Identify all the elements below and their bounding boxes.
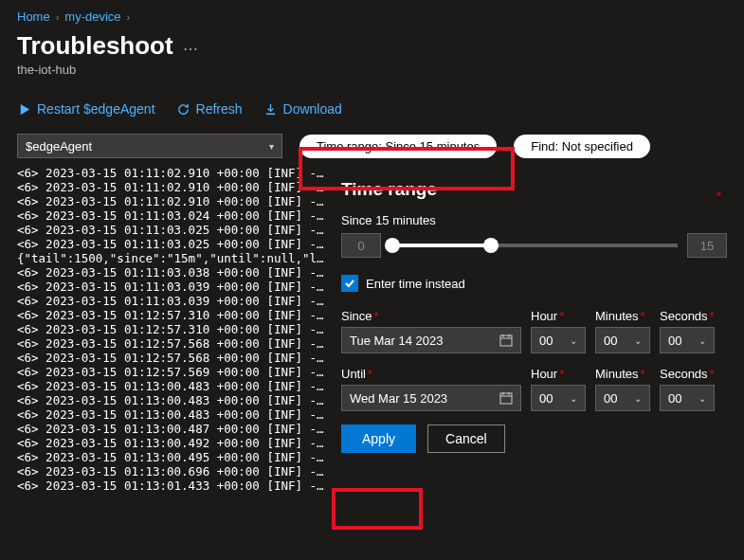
log-line: <6> 2023-03-15 01:11:02.910 +00:00 [INF]… bbox=[17, 166, 328, 180]
slider-max: 15 bbox=[687, 233, 727, 258]
chevron-down-icon: ⌄ bbox=[634, 335, 642, 346]
more-icon[interactable]: ⋯ bbox=[183, 40, 198, 58]
log-line: <6> 2023-03-15 01:12:57.568 +00:00 [INF]… bbox=[17, 351, 328, 365]
log-line: <6> 2023-03-15 01:13:00.483 +00:00 [INF]… bbox=[17, 407, 328, 422]
slider-min: 0 bbox=[341, 233, 381, 258]
until-minutes-select[interactable]: 00⌄ bbox=[595, 385, 650, 411]
refresh-icon bbox=[176, 102, 191, 117]
log-line: <6> 2023-03-15 01:12:57.310 +00:00 [INF]… bbox=[17, 308, 328, 322]
page-title: Troubleshoot bbox=[17, 31, 173, 61]
log-line: <6> 2023-03-15 01:13:00.487 +00:00 [INF]… bbox=[17, 422, 328, 436]
until-hour-select[interactable]: 00⌄ bbox=[531, 385, 586, 411]
slider-thumb-end[interactable] bbox=[483, 238, 499, 253]
required-indicator: * bbox=[717, 189, 721, 203]
chevron-down-icon: ⌄ bbox=[634, 393, 642, 404]
find-pill[interactable]: Find: Not specified bbox=[514, 135, 650, 158]
svg-rect-0 bbox=[500, 335, 512, 346]
log-line: <6> 2023-03-15 01:13:00.492 +00:00 [INF]… bbox=[17, 436, 328, 450]
time-range-pill[interactable]: Time range: Since 15 minutes bbox=[299, 135, 497, 158]
page-subtitle: the-iot-hub bbox=[0, 63, 744, 96]
refresh-button[interactable]: Refresh bbox=[176, 101, 243, 117]
log-output: <6> 2023-03-15 01:11:02.910 +00:00 [INF]… bbox=[17, 166, 328, 493]
log-line: <6> 2023-03-15 01:13:01.433 +00:00 [INF]… bbox=[17, 479, 328, 493]
panel-title: Time range bbox=[341, 179, 727, 200]
breadcrumb-home[interactable]: Home bbox=[17, 9, 50, 24]
log-line: <6> 2023-03-15 01:11:03.038 +00:00 [INF]… bbox=[17, 265, 328, 280]
log-line: <6> 2023-03-15 01:12:57.310 +00:00 [INF]… bbox=[17, 322, 328, 336]
cancel-button[interactable]: Cancel bbox=[427, 425, 505, 453]
log-line: <6> 2023-03-15 01:11:03.039 +00:00 [INF]… bbox=[17, 280, 328, 294]
log-line: <6> 2023-03-15 01:13:00.495 +00:00 [INF]… bbox=[17, 450, 328, 464]
breadcrumb-device[interactable]: my-device bbox=[64, 9, 120, 24]
module-select[interactable]: $edgeAgent ▾ bbox=[17, 134, 282, 158]
chevron-down-icon: ⌄ bbox=[699, 393, 706, 404]
chevron-down-icon: ⌄ bbox=[570, 335, 577, 346]
download-icon bbox=[263, 102, 278, 117]
breadcrumb: Home › my-device › bbox=[0, 0, 744, 27]
download-button[interactable]: Download bbox=[263, 101, 342, 117]
log-line: <6> 2023-03-15 01:13:00.696 +00:00 [INF]… bbox=[17, 464, 328, 479]
log-line: <6> 2023-03-15 01:11:02.910 +00:00 [INF]… bbox=[17, 180, 328, 194]
chevron-down-icon: ⌄ bbox=[699, 335, 706, 346]
log-line: <6> 2023-03-15 01:13:00.483 +00:00 [INF]… bbox=[17, 379, 328, 393]
enter-time-checkbox[interactable] bbox=[341, 275, 358, 292]
log-line: <6> 2023-03-15 01:12:57.569 +00:00 [INF]… bbox=[17, 365, 328, 379]
check-icon bbox=[344, 278, 355, 289]
log-line: <6> 2023-03-15 01:11:03.025 +00:00 [INF]… bbox=[17, 237, 328, 251]
since-minutes-label: Since 15 minutes bbox=[341, 213, 727, 227]
log-line: {"tail":1500,"since":"15m","until":null,… bbox=[17, 251, 328, 265]
log-line: <6> 2023-03-15 01:11:02.910 +00:00 [INF]… bbox=[17, 194, 328, 208]
until-date-input[interactable]: Wed Mar 15 2023 bbox=[341, 385, 521, 411]
play-icon bbox=[17, 102, 31, 117]
log-line: <6> 2023-03-15 01:11:03.024 +00:00 [INF]… bbox=[17, 208, 328, 223]
time-slider[interactable] bbox=[390, 244, 678, 247]
chevron-right-icon: › bbox=[127, 11, 131, 23]
since-hour-select[interactable]: 00⌄ bbox=[531, 327, 586, 353]
slider-thumb-start[interactable] bbox=[385, 238, 400, 253]
since-seconds-select[interactable]: 00⌄ bbox=[660, 327, 715, 353]
svg-rect-1 bbox=[500, 393, 512, 404]
time-range-panel: Time range * Since 15 minutes 0 15 Enter… bbox=[328, 166, 744, 493]
chevron-down-icon: ⌄ bbox=[570, 393, 577, 404]
annotation-highlight bbox=[332, 488, 423, 530]
since-date-input[interactable]: Tue Mar 14 2023 bbox=[341, 327, 521, 353]
log-line: <6> 2023-03-15 01:11:03.039 +00:00 [INF]… bbox=[17, 294, 328, 308]
log-line: <6> 2023-03-15 01:11:03.025 +00:00 [INF]… bbox=[17, 223, 328, 237]
log-line: <6> 2023-03-15 01:12:57.568 +00:00 [INF]… bbox=[17, 336, 328, 351]
checkbox-label: Enter time instead bbox=[366, 277, 465, 291]
since-minutes-select[interactable]: 00⌄ bbox=[595, 327, 650, 353]
log-line: <6> 2023-03-15 01:13:00.483 +00:00 [INF]… bbox=[17, 393, 328, 407]
until-seconds-select[interactable]: 00⌄ bbox=[660, 385, 715, 411]
restart-button[interactable]: Restart $edgeAgent bbox=[17, 101, 155, 117]
chevron-right-icon: › bbox=[56, 11, 60, 23]
apply-button[interactable]: Apply bbox=[341, 425, 416, 453]
calendar-icon bbox=[499, 334, 513, 347]
chevron-down-icon: ▾ bbox=[269, 141, 274, 152]
calendar-icon bbox=[499, 391, 513, 405]
